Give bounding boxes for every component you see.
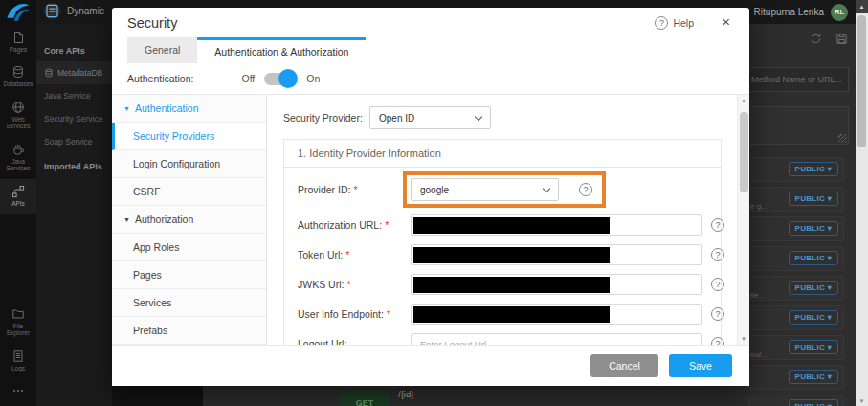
save-icon[interactable]: [835, 33, 848, 45]
tree-panel-edge: [112, 386, 203, 406]
scroll-up-icon[interactable]: ▲: [856, 0, 868, 13]
panel-item-java-service[interactable]: Java Service: [36, 84, 112, 107]
api-method-row: PUBLIC ▾: [748, 157, 844, 182]
sidebar-item-databases[interactable]: Databases: [0, 59, 36, 94]
resize-handle-icon[interactable]: [838, 134, 847, 143]
tab-general[interactable]: General: [127, 37, 197, 63]
security-content: Security Provider: Open ID 1. Identity P…: [267, 95, 737, 345]
visibility-dropdown[interactable]: PUBLIC ▾: [789, 370, 838, 384]
modal-nav-security-providers[interactable]: Security Providers: [112, 123, 266, 150]
nav-label: CSRF: [133, 186, 161, 197]
content-scrollbar[interactable]: ▲ ▼: [737, 95, 749, 345]
security-provider-select[interactable]: Open ID: [369, 106, 491, 129]
visibility-dropdown[interactable]: PUBLIC ▾: [789, 192, 838, 206]
endpoint-path: /{id}: [398, 389, 413, 399]
modal-nav-authorization[interactable]: ▼Authorization: [112, 206, 266, 234]
main-sidebar: PagesDatabasesWeb ServicesJava ServicesA…: [0, 0, 36, 406]
api-method-row: PUBLIC ▾fie...: [748, 276, 844, 301]
page-scrollbar-thumb[interactable]: [857, 15, 866, 147]
sidebar-item-web-services[interactable]: Web Services: [0, 95, 36, 137]
visibility-dropdown[interactable]: PUBLIC ▾: [789, 310, 838, 325]
field-row-logout-url: Logout Url:Enter Logout Url?: [298, 328, 707, 345]
visibility-dropdown[interactable]: PUBLIC ▾: [789, 251, 838, 265]
redacted-value: [413, 217, 610, 234]
avatar[interactable]: RL: [831, 4, 848, 21]
web-services-icon: [11, 101, 25, 114]
visibility-dropdown[interactable]: PUBLIC ▾: [789, 221, 838, 236]
security-nav: ▼AuthenticationSecurity ProvidersLogin C…: [112, 95, 267, 345]
authentication-toggle[interactable]: [264, 73, 295, 85]
section-title: 1. Identity Provider Information: [284, 140, 721, 168]
security-provider-row: Security Provider: Open ID: [283, 106, 722, 129]
modal-nav-services[interactable]: Services: [112, 289, 266, 317]
visibility-dropdown[interactable]: PUBLIC ▾: [789, 162, 838, 176]
panel-item-label: Security Service: [44, 114, 102, 124]
help-button[interactable]: ? Help: [655, 16, 694, 30]
modal-nav-authentication[interactable]: ▼Authentication: [112, 95, 266, 123]
field-input-authorization-url[interactable]: [411, 214, 702, 236]
field-input-user-info-endpoint[interactable]: [411, 304, 702, 325]
close-icon[interactable]: ×: [722, 13, 730, 30]
field-label: JWKS Url:*: [298, 279, 411, 290]
sidebar-item-label: Web Services: [1, 116, 35, 130]
field-input-logout-url[interactable]: Enter Logout Url: [411, 333, 702, 346]
nav-label: Authentication: [135, 102, 199, 114]
modal-nav-login-configuration[interactable]: Login Configuration: [112, 150, 266, 178]
api-method-row: PUBLIC ▾: [748, 216, 844, 241]
save-button[interactable]: Save: [669, 354, 732, 377]
triangle-down-icon: ▼: [123, 216, 130, 223]
field-row-jwks-url: JWKS Url:*?: [298, 269, 707, 299]
tab-authentication-authorization[interactable]: Authentication & Authorization: [197, 37, 366, 63]
pages-icon: [11, 31, 25, 44]
refresh-icon[interactable]: [810, 33, 822, 45]
sidebar-item-pages[interactable]: Pages: [0, 25, 36, 59]
sidebar-item-more[interactable]: [0, 378, 36, 406]
modal-nav-pages[interactable]: Pages: [112, 261, 266, 289]
panel-item-soap-service[interactable]: Soap Service: [36, 130, 112, 153]
visibility-dropdown[interactable]: PUBLIC ▾: [789, 281, 838, 295]
user-menu[interactable]: Ritupurna Lenka RL: [754, 0, 848, 24]
panel-item-metadatadb[interactable]: MetadataDB: [36, 61, 112, 84]
sidebar-item-file-explorer[interactable]: File Explorer: [0, 302, 36, 344]
field-input-jwks-url[interactable]: [411, 274, 702, 295]
nav-label: Authorization: [135, 214, 193, 225]
sidebar-item-logs[interactable]: Logs: [0, 344, 36, 378]
project-menu[interactable]: Dynamic: [44, 3, 104, 19]
modal-nav-app-roles[interactable]: App Roles: [112, 234, 266, 261]
field-label: Provider ID:*: [298, 184, 411, 195]
app-logo-icon[interactable]: [0, 0, 36, 25]
description-textarea[interactable]: [748, 106, 849, 145]
page-scrollbar[interactable]: ▲ ▼: [856, 0, 868, 406]
sidebar-item-java-services[interactable]: Java Services: [0, 137, 36, 179]
authentication-toggle-row: Authentication: Off On: [127, 63, 320, 94]
visibility-dropdown[interactable]: PUBLIC ▾: [789, 399, 838, 406]
scroll-up-icon[interactable]: ▲: [738, 98, 749, 103]
panel-item-security-service[interactable]: Security Service: [36, 107, 112, 130]
chevron-down-icon: [543, 185, 550, 192]
required-asterisk: *: [387, 308, 390, 320]
sidebar-item-apis[interactable]: APIs: [0, 179, 36, 214]
help-icon[interactable]: ?: [711, 278, 724, 291]
help-icon[interactable]: ?: [711, 307, 724, 321]
apis-icon: [11, 185, 25, 198]
modal-nav-prefabs[interactable]: Prefabs: [112, 317, 266, 345]
help-icon[interactable]: ?: [711, 337, 724, 346]
content-scrollbar-thumb[interactable]: [740, 112, 748, 192]
panel-group-title: Core APIs: [36, 37, 112, 61]
scroll-down-icon[interactable]: ▼: [738, 336, 749, 342]
modal-nav-csrf[interactable]: CSRF: [112, 178, 266, 206]
cancel-button[interactable]: Cancel: [590, 354, 658, 377]
method-search-input[interactable]: Method Name or URL...: [748, 67, 849, 92]
help-icon[interactable]: ?: [579, 183, 592, 196]
help-icon[interactable]: ?: [711, 218, 724, 232]
help-icon[interactable]: ?: [711, 248, 724, 261]
field-input-token-url[interactable]: [411, 244, 702, 265]
field-label: Logout Url:: [298, 338, 411, 346]
field-row-token-url: Token Url:*?: [298, 239, 707, 269]
scroll-down-icon[interactable]: ▼: [856, 398, 868, 404]
api-designer-background: Method Name or URL... PUBLIC ▾PUBLIC ▾e …: [748, 24, 856, 406]
method-note-fragment: oul...: [750, 350, 767, 359]
field-select-provider-id[interactable]: google: [411, 178, 559, 201]
field-row-authorization-url: Authorization URL:*?: [298, 210, 707, 239]
visibility-dropdown[interactable]: PUBLIC ▾: [789, 340, 838, 354]
